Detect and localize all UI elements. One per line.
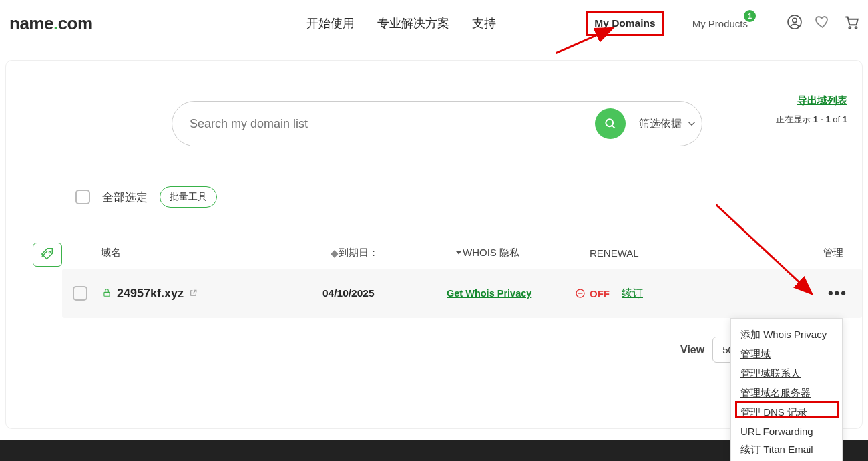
chevron-down-icon [455,247,463,259]
svg-point-8 [49,251,51,253]
lock-icon [102,287,112,301]
renewal-cell: OFF 续订 [575,287,742,301]
svg-point-1 [793,18,797,22]
logo-text-1: name [9,13,53,33]
top-nav: 开始使用 专业解决方案 支持 My Domains My Products 1 [306,11,860,36]
expire-cell: 04/10/2025 [322,287,447,299]
svg-marker-9 [456,251,461,255]
renewal-off-label: OFF [590,288,610,299]
search-button[interactable] [595,108,626,139]
account-icon[interactable] [787,14,803,33]
header-domain-label: 域名 [101,247,121,259]
tag-icon[interactable] [33,243,62,267]
tools-row: 全部选定 批量工具 [75,186,862,208]
nav-my-domains-label: My Domains [594,17,655,29]
filter-dropdown[interactable]: 筛选依据 [639,117,698,131]
nav-support[interactable]: 支持 [472,15,496,31]
more-actions-button[interactable]: ••• [828,285,847,301]
search-icon [604,117,617,130]
showing-prefix: 正在显示 [776,114,813,124]
showing-count: 正在显示 1 - 1 of 1 [776,114,847,126]
search-input[interactable] [190,102,595,146]
header-renewal: RENEWAL [590,247,763,259]
menu-manage-ns[interactable]: 管理域名服务器 [739,383,834,403]
menu-manage-domain[interactable]: 管理域 [739,345,834,364]
showing-total: 1 [843,114,847,124]
svg-rect-10 [104,292,110,296]
whois-privacy-link[interactable]: Get Whois Privacy [447,288,575,299]
domain-name-text: 24957kf.xyz [117,287,184,301]
logo[interactable]: name.com [9,13,93,34]
header: name.com 开始使用 专业解决方案 支持 My Domains My Pr… [0,0,868,47]
header-expire-label: 到期日： [339,247,379,259]
renewal-off: OFF [575,288,610,299]
view-label: View [680,344,704,356]
export-list-link[interactable]: 导出域列表 [776,94,847,107]
nav-my-domains[interactable]: My Domains [586,11,664,36]
menu-url-fwd[interactable]: URL Forwarding [739,422,834,440]
table-header: 域名 ◆ 到期日： WHOIS 隐私 RENEWAL 管理 [6,247,862,269]
header-domain[interactable]: 域名 ◆ [101,247,339,259]
minus-circle-icon [575,288,586,299]
search-wrap: 筛选依据 [172,101,702,146]
domain-table: 域名 ◆ 到期日： WHOIS 隐私 RENEWAL 管理 24957kf.xy… [6,247,862,318]
header-icons [787,13,860,33]
menu-titan[interactable]: 续订 Titan Email [739,440,834,460]
manage-cell: ••• [742,285,862,302]
nav-solutions[interactable]: 专业解决方案 [377,15,449,31]
header-manage: 管理 [763,247,849,259]
export-info: 导出域列表 正在显示 1 - 1 of 1 [776,94,847,126]
filter-label: 筛选依据 [639,117,682,131]
renew-link[interactable]: 续订 [622,287,643,301]
svg-point-3 [855,27,857,29]
sort-icon: ◆ [331,247,339,259]
bulk-tools-button[interactable]: 批量工具 [160,186,217,208]
header-expire[interactable]: 到期日： [339,247,463,259]
showing-range: 1 - 1 [813,114,831,124]
row-checkbox[interactable] [73,286,87,301]
search-row: 筛选依据 导出域列表 正在显示 1 - 1 of 1 [6,61,862,146]
svg-point-2 [849,27,851,29]
chevron-down-icon [686,118,698,130]
logo-dot: . [53,13,58,33]
products-badge: 1 [744,10,756,22]
cart-icon[interactable] [843,13,860,33]
nav-start[interactable]: 开始使用 [306,15,355,31]
select-all-label: 全部选定 [102,190,148,205]
svg-line-7 [612,126,615,128]
header-whois: WHOIS 隐私 [463,247,590,259]
nav-my-products[interactable]: My Products 1 [692,18,748,29]
heart-icon[interactable] [815,14,831,33]
logo-text-2: com [58,13,93,33]
domain-name-cell[interactable]: 24957kf.xyz [102,287,322,301]
showing-of: of [831,114,843,124]
table-row: 24957kf.xyz 04/10/2025 Get Whois Privacy… [62,269,862,318]
nav-my-products-label: My Products [692,18,748,29]
external-link-icon[interactable] [189,287,198,301]
svg-point-6 [606,119,613,126]
actions-dropdown: 添加 Whois Privacy 管理域 管理域联系人 管理域名服务器 管理 D… [730,318,843,461]
select-all-checkbox[interactable] [75,190,90,204]
highlight-dns [735,401,839,418]
menu-manage-contacts[interactable]: 管理域联系人 [739,364,834,383]
menu-add-whois[interactable]: 添加 Whois Privacy [739,325,834,345]
